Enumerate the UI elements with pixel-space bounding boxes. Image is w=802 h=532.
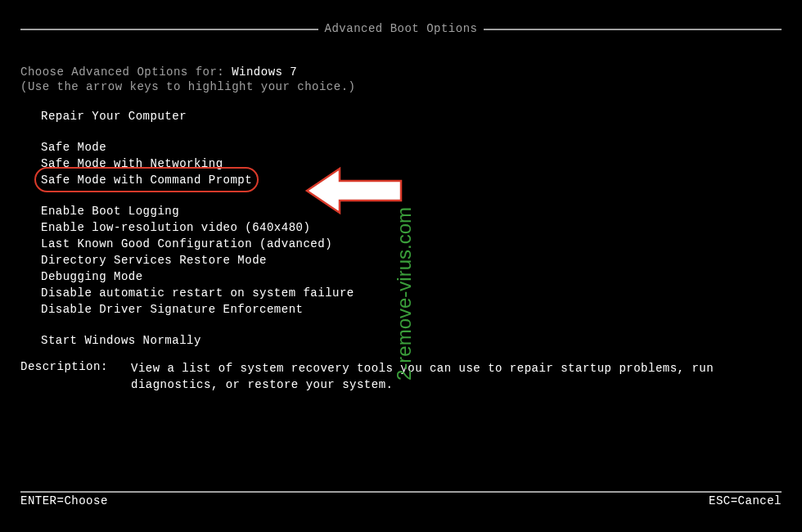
menu-group-safemode: Safe Mode Safe Mode with Networking Safe… bbox=[41, 139, 782, 188]
menu-item-low-res-video[interactable]: Enable low-resolution video (640x480) bbox=[41, 219, 782, 236]
footer-bar: ENTER=Choose ESC=Cancel bbox=[20, 491, 782, 507]
os-name: Windows 7 bbox=[232, 65, 297, 79]
menu-item-disable-driver-signature[interactable]: Disable Driver Signature Enforcement bbox=[41, 301, 782, 318]
menu-item-debugging-mode[interactable]: Debugging Mode bbox=[41, 268, 782, 285]
menu-item-directory-services-restore[interactable]: Directory Services Restore Mode bbox=[41, 252, 782, 268]
menu-item-repair-your-computer[interactable]: Repair Your Computer bbox=[41, 108, 782, 124]
choose-prefix: Choose Advanced Options for: bbox=[20, 65, 232, 79]
menu-item-disable-auto-restart[interactable]: Disable automatic restart on system fail… bbox=[41, 285, 782, 301]
menu-item-safe-mode[interactable]: Safe Mode bbox=[41, 139, 782, 156]
menu-group-normal: Start Windows Normally bbox=[41, 332, 782, 349]
choose-prompt: Choose Advanced Options for: Windows 7 bbox=[20, 65, 782, 79]
main-content: Choose Advanced Options for: Windows 7 (… bbox=[20, 65, 782, 349]
menu-group-repair: Repair Your Computer bbox=[41, 108, 782, 124]
arrow-keys-hint: (Use the arrow keys to highlight your ch… bbox=[20, 80, 782, 93]
menu-item-safe-mode-command-prompt[interactable]: Safe Mode with Command Prompt bbox=[41, 172, 252, 188]
screen-title: Advanced Boot Options bbox=[318, 22, 484, 35]
description-text: View a list of system recovery tools you… bbox=[131, 360, 782, 393]
title-divider: Advanced Boot Options bbox=[20, 29, 782, 43]
menu-item-last-known-good[interactable]: Last Known Good Configuration (advanced) bbox=[41, 236, 782, 252]
description-label: Description: bbox=[20, 360, 131, 393]
footer-enter-hint: ENTER=Choose bbox=[20, 494, 108, 507]
footer-esc-hint: ESC=Cancel bbox=[709, 494, 782, 507]
menu-group-advanced: Enable Boot Logging Enable low-resolutio… bbox=[41, 203, 782, 318]
annotation-highlight-circle bbox=[34, 167, 259, 192]
description-block: Description: View a list of system recov… bbox=[20, 360, 782, 393]
menu-item-start-normally[interactable]: Start Windows Normally bbox=[41, 332, 782, 349]
menu-item-boot-logging[interactable]: Enable Boot Logging bbox=[41, 203, 782, 219]
